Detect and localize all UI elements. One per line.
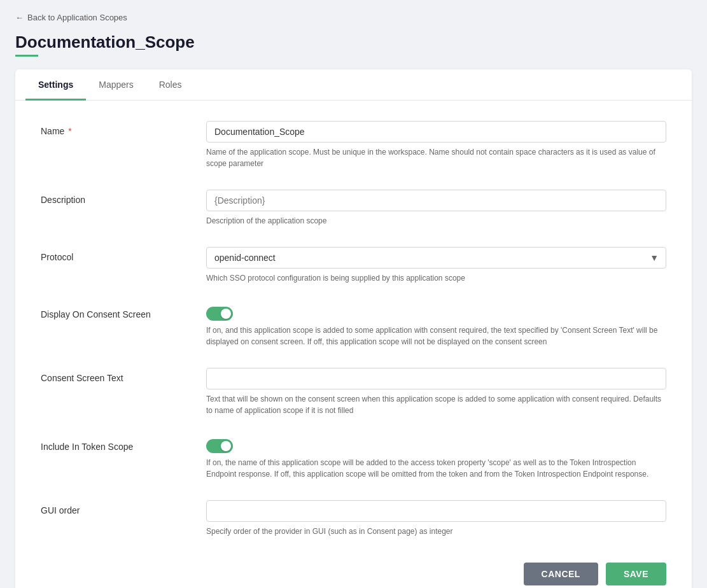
name-row: Name * Name of the application scope. Mu… xyxy=(41,121,666,169)
consent-text-label: Consent Screen Text xyxy=(41,368,206,383)
protocol-row: Protocol openid-connect saml ▼ Which SSO… xyxy=(41,247,666,284)
back-link-label: Back to Application Scopes xyxy=(27,13,127,22)
gui-order-row: GUI order Specify order of the provider … xyxy=(41,500,666,537)
protocol-hint: Which SSO protocol configuration is bein… xyxy=(206,272,666,284)
button-row: CANCEL SAVE xyxy=(41,563,666,585)
tab-settings[interactable]: Settings xyxy=(25,69,86,101)
token-scope-row: Include In Token Scope If on, the name o… xyxy=(41,437,666,480)
display-consent-control-wrap: If on, and this application scope is add… xyxy=(206,304,666,347)
token-scope-hint: If on, the name of this application scop… xyxy=(206,457,666,480)
tab-roles[interactable]: Roles xyxy=(146,69,195,101)
description-label: Description xyxy=(41,190,206,205)
tabs-header: Settings Mappers Roles xyxy=(15,69,692,101)
toggle-knob-2 xyxy=(221,441,231,451)
consent-text-control-wrap: Text that will be shown on the consent s… xyxy=(206,368,666,416)
cancel-button[interactable]: CANCEL xyxy=(524,563,598,585)
consent-text-row: Consent Screen Text Text that will be sh… xyxy=(41,368,666,416)
save-button[interactable]: SAVE xyxy=(606,563,666,585)
display-consent-label: Display On Consent Screen xyxy=(41,304,206,319)
gui-order-control-wrap: Specify order of the provider in GUI (su… xyxy=(206,500,666,537)
token-scope-control-wrap: If on, the name of this application scop… xyxy=(206,437,666,480)
display-consent-toggle[interactable] xyxy=(206,307,233,321)
back-link[interactable]: ← Back to Application Scopes xyxy=(15,13,692,22)
required-star: * xyxy=(66,126,71,136)
display-consent-row: Display On Consent Screen If on, and thi… xyxy=(41,304,666,347)
tabs-card: Settings Mappers Roles Name * Name of th… xyxy=(15,69,692,588)
form-section: Name * Name of the application scope. Mu… xyxy=(15,101,692,588)
tab-mappers[interactable]: Mappers xyxy=(86,69,146,101)
token-scope-label: Include In Token Scope xyxy=(41,437,206,452)
display-consent-hint: If on, and this application scope is add… xyxy=(206,325,666,347)
protocol-select-wrap: openid-connect saml ▼ xyxy=(206,247,666,269)
page-title: Documentation_Scope xyxy=(15,32,692,52)
description-input[interactable] xyxy=(206,190,666,211)
protocol-select[interactable]: openid-connect saml xyxy=(206,247,666,269)
gui-order-hint: Specify order of the provider in GUI (su… xyxy=(206,526,666,537)
protocol-control-wrap: openid-connect saml ▼ Which SSO protocol… xyxy=(206,247,666,284)
consent-text-hint: Text that will be shown on the consent s… xyxy=(206,393,666,416)
name-input[interactable] xyxy=(206,121,666,143)
gui-order-input[interactable] xyxy=(206,500,666,522)
description-row: Description Description of the applicati… xyxy=(41,190,666,227)
protocol-label: Protocol xyxy=(41,247,206,262)
token-scope-toggle-wrap xyxy=(206,437,666,453)
title-underline xyxy=(15,55,38,57)
consent-text-input[interactable] xyxy=(206,368,666,389)
name-control-wrap: Name of the application scope. Must be u… xyxy=(206,121,666,169)
name-hint: Name of the application scope. Must be u… xyxy=(206,146,666,169)
description-hint: Description of the application scope xyxy=(206,215,666,227)
description-control-wrap: Description of the application scope xyxy=(206,190,666,227)
back-arrow-icon: ← xyxy=(15,13,24,22)
gui-order-label: GUI order xyxy=(41,500,206,515)
display-consent-toggle-wrap xyxy=(206,304,666,321)
token-scope-toggle[interactable] xyxy=(206,439,233,453)
toggle-knob xyxy=(221,309,231,319)
name-label: Name * xyxy=(41,121,206,136)
